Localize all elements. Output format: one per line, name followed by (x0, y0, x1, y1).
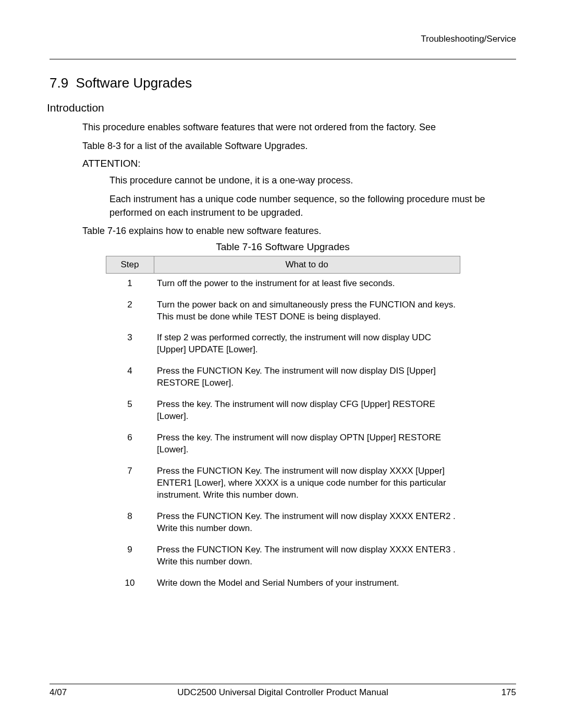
step-text: Turn the power back on and simultaneousl… (154, 295, 460, 328)
procedure-table: Step What to do 1Turn off the power to t… (106, 256, 460, 595)
attention-item-1: This procedure cannot be undone, it is a… (109, 174, 516, 187)
table-row: 2Turn the power back on and simultaneous… (106, 295, 460, 328)
step-num: 10 (106, 573, 154, 595)
step-num: 4 (106, 361, 154, 394)
attention-body: This procedure cannot be undone, it is a… (109, 174, 516, 219)
table-row: 5Press the key. The instrument will now … (106, 394, 460, 428)
running-head: Troubleshooting/Service (50, 34, 516, 44)
intro-heading: Introduction (47, 102, 516, 114)
step-text: Press the FUNCTION Key. The instrument w… (154, 540, 460, 573)
footer-rule (50, 684, 516, 684)
step-num: 1 (106, 273, 154, 294)
document-page: Troubleshooting/Service 7.9 Software Upg… (0, 0, 563, 728)
step-num: 9 (106, 540, 154, 573)
attention-heading: ATTENTION: (82, 158, 516, 169)
footer-row: 4/07 UDC2500 Universal Digital Controlle… (50, 687, 516, 698)
step-text: Write down the Model and Serial Numbers … (154, 573, 460, 595)
step-text: Press the FUNCTION Key. The instrument w… (154, 507, 460, 540)
step-text: Press the key. The instrument will now d… (154, 394, 460, 428)
table-reference: Table 7-16 explains how to enable new so… (82, 225, 516, 238)
intro-p2: Table 8-3 for a list of the available So… (82, 139, 516, 153)
intro-body: This procedure enables software features… (82, 120, 516, 153)
section-number: 7.9 (50, 75, 68, 91)
table-row: 1Turn off the power to the instrument fo… (106, 273, 460, 294)
header-rule (50, 59, 516, 59)
step-num: 6 (106, 428, 154, 461)
page-footer: 4/07 UDC2500 Universal Digital Controlle… (50, 684, 516, 698)
col-step: Step (106, 256, 154, 273)
table-row: 10Write down the Model and Serial Number… (106, 573, 460, 595)
section-title: Software Upgrades (76, 75, 192, 91)
step-num: 8 (106, 507, 154, 540)
step-num: 2 (106, 295, 154, 328)
footer-title: UDC2500 Universal Digital Controller Pro… (107, 687, 459, 698)
step-text: Turn off the power to the instrument for… (154, 273, 460, 294)
intro-p1: This procedure enables software features… (82, 120, 516, 134)
table-caption: Table 7-16 Software Upgrades (50, 241, 516, 253)
footer-page: 175 (459, 687, 516, 698)
table-row: 9Press the FUNCTION Key. The instrument … (106, 540, 460, 573)
step-text: Press the FUNCTION Key. The instrument w… (154, 461, 460, 507)
footer-date: 4/07 (50, 687, 107, 698)
attention-item-2: Each instrument has a unique code number… (109, 192, 516, 219)
step-num: 7 (106, 461, 154, 507)
step-num: 5 (106, 394, 154, 428)
table-row: 4Press the FUNCTION Key. The instrument … (106, 361, 460, 394)
table-row: 8Press the FUNCTION Key. The instrument … (106, 507, 460, 540)
step-text: If step 2 was performed correctly, the i… (154, 328, 460, 361)
table-row: 7Press the FUNCTION Key. The instrument … (106, 461, 460, 507)
step-text: Press the key. The instrument will now d… (154, 428, 460, 461)
table-row: 6Press the key. The instrument will now … (106, 428, 460, 461)
col-what: What to do (154, 256, 460, 273)
table-row: 3If step 2 was performed correctly, the … (106, 328, 460, 361)
table-header-row: Step What to do (106, 256, 460, 273)
step-num: 3 (106, 328, 154, 361)
step-text: Press the FUNCTION Key. The instrument w… (154, 361, 460, 394)
section-heading: 7.9 Software Upgrades (50, 75, 516, 91)
